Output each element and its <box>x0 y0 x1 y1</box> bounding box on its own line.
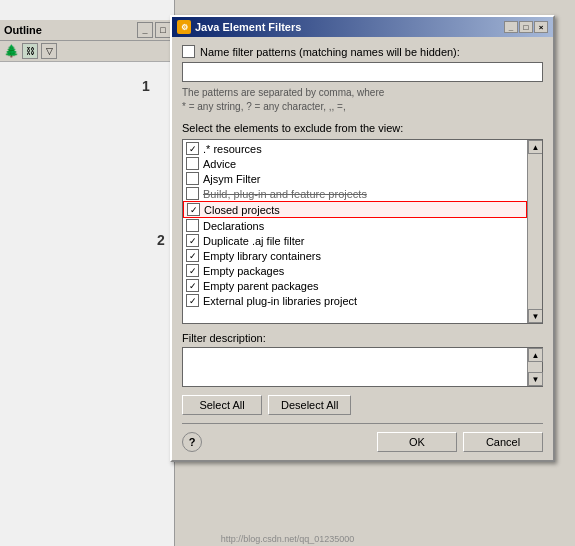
select-all-btn[interactable]: Select All <box>182 395 262 415</box>
ok-btn[interactable]: OK <box>377 432 457 452</box>
scroll-up-btn[interactable]: ▲ <box>528 140 543 154</box>
list-item[interactable]: Build, plug-in and feature projects <box>183 186 527 201</box>
filter-btn[interactable]: ▽ <box>41 43 57 59</box>
outline-toolbar: 🌲 ⛓ ▽ <box>0 41 175 62</box>
name-filter-row: Name filter patterns (matching names wil… <box>182 45 543 58</box>
filter-desc-label: Filter description: <box>182 332 543 344</box>
list-item[interactable]: Duplicate .aj file filter <box>183 233 527 248</box>
dialog-maximize-btn[interactable]: □ <box>519 21 533 33</box>
filter-desc-scroll-up[interactable]: ▲ <box>528 348 543 362</box>
list-item[interactable]: Advice <box>183 156 527 171</box>
item-text-9: Empty parent packages <box>203 280 319 292</box>
dialog-icon: ⚙ <box>177 20 191 34</box>
outline-header: Outline _ □ <box>0 20 175 41</box>
item-checkbox-5[interactable] <box>186 219 199 232</box>
list-item[interactable]: Empty parent packages <box>183 278 527 293</box>
item-text-2: Ajsym Filter <box>203 173 260 185</box>
item-text-7: Empty library containers <box>203 250 321 262</box>
filter-desc-scrollbar[interactable]: ▲ ▼ <box>527 348 542 386</box>
list-item[interactable]: Empty packages <box>183 263 527 278</box>
cancel-btn[interactable]: Cancel <box>463 432 543 452</box>
help-btn[interactable]: ? <box>182 432 202 452</box>
item-text-0: .* resources <box>203 143 262 155</box>
dialog-title: Java Element Filters <box>195 21 301 33</box>
item-checkbox-3[interactable] <box>186 187 199 200</box>
outline-title: Outline <box>4 24 42 36</box>
scroll-down-btn[interactable]: ▼ <box>528 309 543 323</box>
annotation-2: 2 <box>157 232 165 248</box>
item-checkbox-2[interactable] <box>186 172 199 185</box>
java-element-filters-dialog: ⚙ Java Element Filters _ □ × Name filter… <box>170 15 555 462</box>
ok-cancel-buttons: OK Cancel <box>377 432 543 452</box>
item-text-4: Closed projects <box>204 204 280 216</box>
watermark: http://blog.csdn.net/qq_01235000 <box>0 534 575 544</box>
select-deselect-row: Select All Deselect All <box>182 395 543 415</box>
item-text-8: Empty packages <box>203 265 284 277</box>
dialog-minimize-btn[interactable]: _ <box>504 21 518 33</box>
item-checkbox-0[interactable] <box>186 142 199 155</box>
hint-text: The patterns are separated by comma, whe… <box>182 86 543 114</box>
item-text-3: Build, plug-in and feature projects <box>203 188 367 200</box>
deselect-all-btn[interactable]: Deselect All <box>268 395 351 415</box>
item-checkbox-9[interactable] <box>186 279 199 292</box>
tree-icon: 🌲 <box>4 44 19 58</box>
list-item[interactable]: Ajsym Filter <box>183 171 527 186</box>
list-scrollbar[interactable]: ▲ ▼ <box>527 140 542 323</box>
maximize-outline-btn[interactable]: □ <box>155 22 171 38</box>
items-list-container[interactable]: .* resourcesAdviceAjsym FilterBuild, plu… <box>182 139 543 324</box>
item-text-5: Declarations <box>203 220 264 232</box>
dialog-close-btn[interactable]: × <box>534 21 548 33</box>
item-text-6: Duplicate .aj file filter <box>203 235 305 247</box>
annotation-1: 1 <box>142 78 150 94</box>
item-checkbox-1[interactable] <box>186 157 199 170</box>
list-item[interactable]: External plug-in libraries project <box>183 293 527 308</box>
name-filter-checkbox[interactable] <box>182 45 195 58</box>
name-filter-label: Name filter patterns (matching names wil… <box>200 46 460 58</box>
titlebar-left: ⚙ Java Element Filters <box>177 20 301 34</box>
link-btn[interactable]: ⛓ <box>22 43 38 59</box>
item-checkbox-10[interactable] <box>186 294 199 307</box>
list-item[interactable]: Closed projects <box>183 201 527 218</box>
item-checkbox-7[interactable] <box>186 249 199 262</box>
filter-desc-box: ▲ ▼ <box>182 347 543 387</box>
name-filter-input[interactable] <box>182 62 543 82</box>
items-list: .* resourcesAdviceAjsym FilterBuild, plu… <box>183 140 527 309</box>
list-item[interactable]: Empty library containers <box>183 248 527 263</box>
section-label: Select the elements to exclude from the … <box>182 122 543 134</box>
item-text-1: Advice <box>203 158 236 170</box>
list-item[interactable]: Declarations <box>183 218 527 233</box>
item-checkbox-6[interactable] <box>186 234 199 247</box>
dialog-titlebar: ⚙ Java Element Filters _ □ × <box>172 17 553 37</box>
outline-panel: Outline _ □ 🌲 ⛓ ▽ <box>0 20 175 62</box>
filter-desc-scroll-down[interactable]: ▼ <box>528 372 543 386</box>
list-item[interactable]: .* resources <box>183 141 527 156</box>
item-checkbox-8[interactable] <box>186 264 199 277</box>
item-text-10: External plug-in libraries project <box>203 295 357 307</box>
bottom-row: ? OK Cancel <box>182 432 543 452</box>
minimize-outline-btn[interactable]: _ <box>137 22 153 38</box>
item-checkbox-4[interactable] <box>187 203 200 216</box>
dialog-body: Name filter patterns (matching names wil… <box>172 37 553 460</box>
separator <box>182 423 543 424</box>
dialog-controls: _ □ × <box>504 21 548 33</box>
